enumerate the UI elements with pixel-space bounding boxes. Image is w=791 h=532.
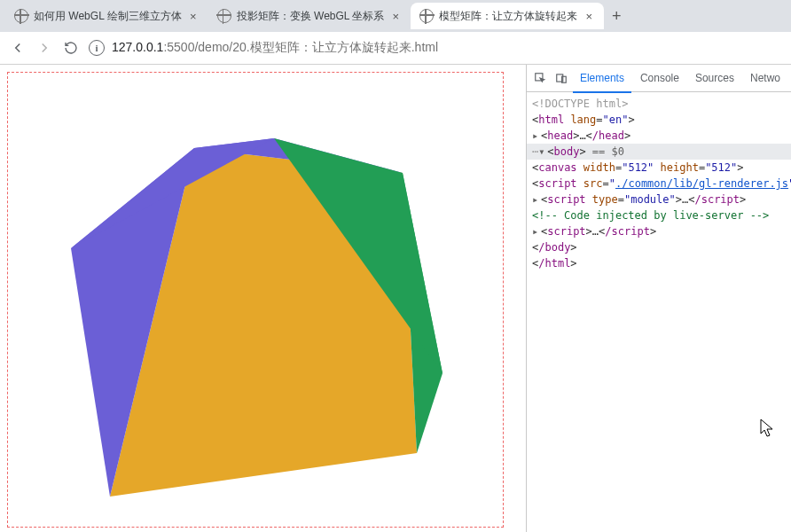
- address-bar[interactable]: i 127.0.0.1:5500/demo/20.模型矩阵：让立方体旋转起来.h…: [89, 40, 782, 56]
- dom-script-injected[interactable]: ▸<script>…</script>: [527, 223, 791, 239]
- devtools-panel: Elements Console Sources Netwo <!DOCTYPE…: [526, 65, 791, 532]
- dom-tree[interactable]: <!DOCTYPE html> <html lang="en"> ▸<head>…: [527, 92, 791, 532]
- page-viewport: [0, 65, 526, 532]
- inspect-icon[interactable]: [530, 72, 550, 84]
- devtools-tab-strip: Elements Console Sources Netwo: [527, 65, 791, 92]
- dom-comment[interactable]: <!-- Code injected by live-server -->: [527, 207, 791, 223]
- site-info-icon[interactable]: i: [89, 40, 105, 56]
- browser-tab-3[interactable]: 模型矩阵：让立方体旋转起来 ×: [411, 3, 604, 29]
- tab-title: 投影矩阵：变换 WebGL 坐标系: [237, 9, 385, 24]
- webgl-canvas[interactable]: [7, 72, 504, 528]
- dom-doctype[interactable]: <!DOCTYPE html>: [527, 96, 791, 112]
- close-icon[interactable]: ×: [583, 10, 595, 22]
- forward-button[interactable]: [35, 39, 53, 57]
- devtools-tab-network[interactable]: Netwo: [743, 65, 787, 91]
- tab-title: 如何用 WebGL 绘制三维立方体: [34, 9, 182, 24]
- tab-title: 模型矩阵：让立方体旋转起来: [439, 9, 577, 24]
- devtools-tab-console[interactable]: Console: [633, 65, 686, 91]
- dom-body-open[interactable]: ⋯▾<body> == $0: [527, 144, 791, 160]
- dom-canvas[interactable]: <canvas width="512" height="512">: [527, 160, 791, 176]
- device-toggle-icon[interactable]: [552, 72, 571, 84]
- devtools-tab-elements[interactable]: Elements: [573, 65, 631, 93]
- dom-body-close[interactable]: </body>: [527, 239, 791, 255]
- url-text: 127.0.0.1:5500/demo/20.模型矩阵：让立方体旋转起来.htm…: [112, 40, 438, 56]
- new-tab-button[interactable]: +: [604, 4, 629, 28]
- close-icon[interactable]: ×: [389, 10, 402, 22]
- reload-button[interactable]: [62, 39, 80, 57]
- devtools-tab-sources[interactable]: Sources: [688, 65, 741, 91]
- dom-html-close[interactable]: </html>: [527, 255, 791, 271]
- globe-icon: [419, 9, 434, 23]
- dom-html-open[interactable]: <html lang="en">: [527, 112, 791, 128]
- content-area: Elements Console Sources Netwo <!DOCTYPE…: [0, 65, 791, 532]
- browser-toolbar: i 127.0.0.1:5500/demo/20.模型矩阵：让立方体旋转起来.h…: [0, 32, 791, 65]
- browser-tab-strip: 如何用 WebGL 绘制三维立方体 × 投影矩阵：变换 WebGL 坐标系 × …: [0, 0, 791, 32]
- dom-head[interactable]: ▸<head>…</head>: [527, 128, 791, 144]
- close-icon[interactable]: ×: [187, 10, 200, 22]
- dom-script-module[interactable]: ▸<script type="module">…</script>: [527, 192, 791, 207]
- browser-tab-2[interactable]: 投影矩阵：变换 WebGL 坐标系 ×: [208, 3, 411, 29]
- globe-icon: [217, 9, 231, 23]
- dom-script-src[interactable]: <script src="./common/lib/gl-renderer.js…: [527, 176, 791, 192]
- browser-tab-1[interactable]: 如何用 WebGL 绘制三维立方体 ×: [5, 3, 208, 29]
- back-button[interactable]: [9, 39, 27, 57]
- globe-icon: [14, 9, 28, 23]
- rotating-cube: [8, 73, 503, 527]
